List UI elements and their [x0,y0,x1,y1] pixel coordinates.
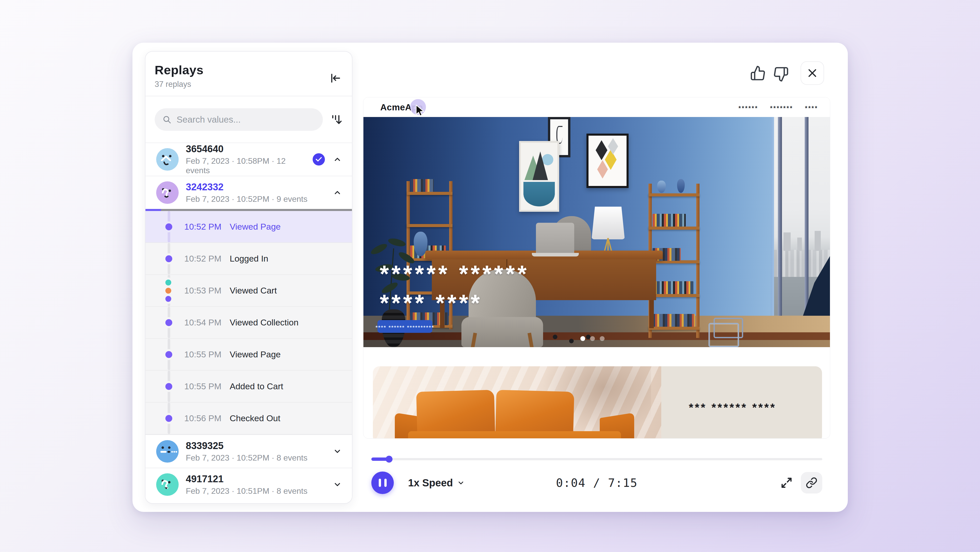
carousel-dot[interactable] [590,336,595,341]
close-button[interactable] [800,61,824,85]
chevron-down-icon[interactable] [333,447,342,456]
event-time: 10:56 PM [184,413,230,423]
shelf-board [407,224,452,227]
bookshelf-right [649,183,700,338]
session-avatar [156,473,179,496]
shelf-board [649,327,700,330]
laptop-base [532,253,579,257]
seek-knob[interactable] [386,456,393,463]
event-time: 10:55 PM [184,349,230,359]
masked-nav-link[interactable]: ****** [738,105,759,112]
thumbs-up-icon[interactable] [750,65,766,81]
session-row-3654640[interactable]: 3654640 Feb 7, 2023 · 10:58PM · 12 event… [145,142,352,176]
search-row: Search values... [145,96,352,142]
floor-lower [363,340,830,347]
shelf-board [649,193,700,196]
event-label: Viewed Cart [230,286,277,295]
thumbs-down-icon[interactable] [773,66,789,82]
session-meta: Feb 7, 2023 · 10:58PM · 12 events [186,156,305,175]
page-title: Replays [155,63,343,77]
floor-lamp-shade [592,207,625,239]
couch-photo [373,366,661,439]
masked-nav-link[interactable]: ******* [770,105,794,112]
session-meta: Feb 7, 2023 · 10:51PM · 8 events [186,487,326,496]
books [652,281,694,294]
event-dot-group [165,351,172,358]
masked-nav-link[interactable]: **** [805,105,818,112]
search-input[interactable]: Search values... [155,108,323,131]
event-row-viewed-page-2[interactable]: 10:55 PM Viewed Page [145,339,352,371]
chair-wheel [553,335,557,339]
copy-link-button[interactable] [801,472,822,493]
event-row-added-to-cart[interactable]: 10:55 PM Added to Cart [145,371,352,402]
feedback-toolbar [750,59,824,87]
orange-couch [406,391,623,439]
couch-cushion [416,390,495,437]
replay-modal: Replays 37 replays Search values... 3654… [132,43,848,512]
session-avatar [156,440,179,463]
collapse-sidebar-icon[interactable] [328,72,342,85]
session-avatar [156,181,179,204]
session-progress-fill [145,209,161,211]
session-row-4917121[interactable]: 4917121 Feb 7, 2023 · 10:51PM · 8 events [145,468,352,501]
pause-icon [379,479,381,487]
event-label: Checked Out [230,413,280,423]
player-right-controls [780,472,822,493]
session-progress-bar [145,209,352,211]
event-dot-group [165,223,172,230]
session-avatar [156,148,179,171]
chevron-up-icon[interactable] [333,155,342,164]
replay-viewport: AcmeApp ****** ******* **** [363,97,830,439]
event-label: Added to Cart [230,381,283,391]
session-meta: Feb 7, 2023 · 10:52PM · 8 events [186,453,326,463]
event-row-viewed-collection[interactable]: 10:54 PM Viewed Collection [145,307,352,339]
books [652,314,695,327]
seek-bar[interactable] [371,455,822,463]
couch-cushion [495,390,574,437]
session-info: 8339325 Feb 7, 2023 · 10:52PM · 8 events [186,440,326,463]
event-time: 10:52 PM [184,254,230,263]
masked-product-text: *** ****** **** [689,401,776,414]
books [410,179,434,192]
chevron-down-icon[interactable] [333,480,342,489]
session-id: 4917121 [186,474,326,485]
event-row-viewed-cart[interactable]: 10:53 PM Viewed Cart [145,275,352,307]
plant-leaf [369,242,388,256]
event-label: Viewed Collection [230,317,299,327]
vase [657,180,666,193]
desk-leg [649,300,654,328]
player-controls: 1x Speed 0:04 / 7:15 [371,469,822,497]
session-row-3242332[interactable]: 3242332 Feb 7, 2023 · 10:52PM · 9 events [145,176,352,209]
event-dot [165,223,172,230]
event-row-logged-in[interactable]: 10:52 PM Logged In [145,243,352,275]
skyline-building [815,231,821,251]
chair-wheel [569,339,574,343]
masked-cta-label: **** ****** ********** [375,324,434,330]
sort-icon[interactable] [329,113,343,126]
sidebar-header: Replays 37 replays [145,52,352,96]
wire-rack [708,323,739,347]
speed-selector[interactable]: 1x Speed [408,477,465,489]
poster-mountain [533,152,548,180]
session-row-8339325[interactable]: 8339325 Feb 7, 2023 · 10:52PM · 8 events [145,434,352,468]
pause-icon [384,479,387,487]
session-info: 4917121 Feb 7, 2023 · 10:51PM · 8 events [186,474,326,496]
chevron-down-icon [457,479,465,487]
poster-sea [523,182,555,206]
replay-count: 37 replays [155,80,343,89]
window-mullion [778,117,782,347]
product-card[interactable]: *** ****** **** [373,366,822,439]
session-id: 8339325 [186,440,326,451]
event-row-checked-out[interactable]: 10:56 PM Checked Out [145,402,352,434]
pause-button[interactable] [371,472,394,494]
carousel-dot[interactable] [600,336,605,341]
chevron-up-icon[interactable] [333,188,342,197]
carousel-dot-active[interactable] [580,336,585,341]
masked-cta-button[interactable]: **** ****** ********** [377,320,432,333]
fullscreen-icon[interactable] [780,476,793,490]
shelf-board [649,227,700,230]
session-progress-rest [161,209,352,211]
session-meta: Feb 7, 2023 · 10:52PM · 9 events [186,195,326,204]
event-row-viewed-page[interactable]: 10:52 PM Viewed Page [145,211,352,243]
event-dot [165,351,172,358]
